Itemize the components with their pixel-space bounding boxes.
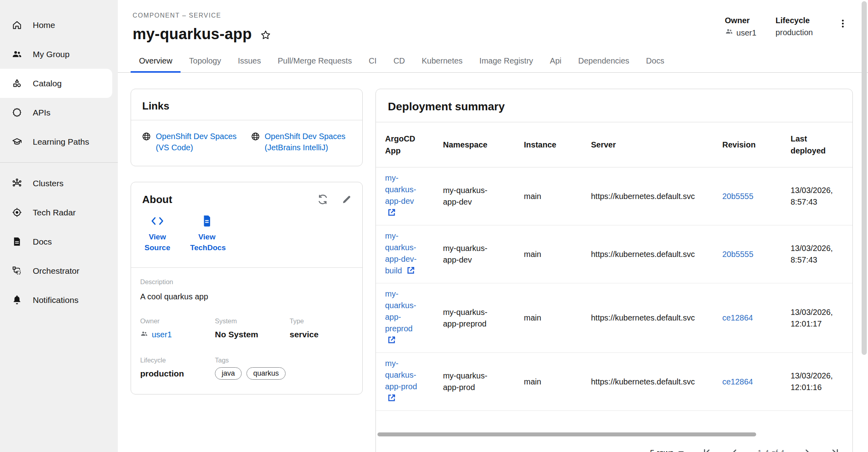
owner-value[interactable]: user1 <box>737 28 757 38</box>
server-cell: https://kubernetes.default.svc <box>591 192 695 201</box>
sidebar-item-orchestrator[interactable]: Orchestrator <box>0 256 118 285</box>
argocd-app-link[interactable]: my-quarkus-app-preprod <box>385 289 416 333</box>
page-vertical-scrollbar[interactable] <box>862 1 867 355</box>
notifications-icon <box>12 295 22 305</box>
description-label: Description <box>140 278 351 286</box>
col-argocd-app: ArgoCD App <box>385 133 417 157</box>
col-namespace: Namespace <box>443 140 487 149</box>
orchestrator-icon <box>12 265 22 276</box>
globe-icon <box>250 131 260 141</box>
sidebar-item-tech-radar[interactable]: Tech Radar <box>0 198 118 227</box>
link-openshift-devspaces-vscode[interactable]: OpenShift Dev Spaces (VS Code) <box>141 131 242 153</box>
entity-kind-label: COMPONENT – SERVICE <box>133 12 272 19</box>
clusters-icon <box>12 178 22 189</box>
deployment-summary-card: Deployment summary ArgoCD App Namespace … <box>375 89 853 452</box>
type-field: Type service <box>290 317 364 340</box>
server-cell: https://kubernetes.default.svc <box>591 377 695 386</box>
link-openshift-devspaces-intellij[interactable]: OpenShift Dev Spaces (JetBrains IntelliJ… <box>250 131 352 153</box>
more-options-kebab-icon[interactable] <box>838 18 848 30</box>
group-icon <box>725 27 733 38</box>
refresh-icon[interactable] <box>316 193 329 206</box>
link-label[interactable]: OpenShift Dev Spaces (JetBrains IntelliJ… <box>265 131 347 153</box>
view-source-button[interactable]: View Source <box>141 214 174 253</box>
namespace-cell: my-quarkus-app-dev <box>443 185 491 208</box>
external-link-icon[interactable] <box>387 393 396 406</box>
sidebar-item-clusters[interactable]: Clusters <box>0 169 118 198</box>
tab-dependencies[interactable]: Dependencies <box>570 56 638 72</box>
app-window: Home My Group Catalog APIs Learning Path… <box>0 0 868 452</box>
external-link-icon[interactable] <box>387 335 396 348</box>
table-row: my-quarkus-app-prod my-quarkus-app-prod … <box>376 353 852 411</box>
col-server: Server <box>591 140 616 149</box>
argocd-app-link[interactable]: my-quarkus-app-dev <box>385 173 416 205</box>
sidebar-item-label: Catalog <box>33 79 62 88</box>
view-techdocs-button[interactable]: View TechDocs <box>190 214 224 253</box>
sidebar-item-my-group[interactable]: My Group <box>0 40 118 69</box>
sidebar-item-catalog[interactable]: Catalog <box>0 69 112 98</box>
next-page-button[interactable] <box>802 448 812 452</box>
tab-image-registry[interactable]: Image Registry <box>471 56 542 72</box>
sidebar-item-label: Tech Radar <box>33 208 75 217</box>
code-icon <box>150 214 165 228</box>
tab-ci[interactable]: CI <box>360 56 385 72</box>
argocd-app-link[interactable]: my-quarkus-app-prod <box>385 359 417 391</box>
tag-chip[interactable]: java <box>215 367 242 380</box>
sidebar-item-home[interactable]: Home <box>0 10 118 40</box>
sidebar-item-learning-paths[interactable]: Learning Paths <box>0 127 118 156</box>
first-page-button[interactable] <box>701 448 712 452</box>
edit-pencil-icon[interactable] <box>341 194 352 205</box>
table-horizontal-scrollbar <box>377 432 851 436</box>
external-link-icon[interactable] <box>387 208 396 220</box>
horizontal-scrollbar-thumb[interactable] <box>377 432 756 436</box>
tab-issues[interactable]: Issues <box>229 56 269 72</box>
sidebar-item-label: Learning Paths <box>33 137 89 147</box>
namespace-cell: my-quarkus-app-prod <box>443 370 491 393</box>
external-link-icon[interactable] <box>406 266 415 278</box>
page-title: my-quarkus-app <box>133 26 252 43</box>
instance-cell: main <box>524 313 541 322</box>
tab-overview[interactable]: Overview <box>131 56 181 72</box>
sidebar-item-label: Docs <box>33 237 52 247</box>
learning-paths-icon <box>12 136 22 147</box>
owner-meta: Owner user1 <box>725 15 757 38</box>
sidebar-item-notifications[interactable]: Notifications <box>0 285 118 315</box>
owner-field: Owner user1 <box>140 317 215 340</box>
tab-topology[interactable]: Topology <box>181 56 229 72</box>
main-area: COMPONENT – SERVICE my-quarkus-app Owner <box>118 0 868 452</box>
tags-field: Tags java quarkus <box>215 356 364 380</box>
sidebar-item-docs[interactable]: Docs <box>0 227 118 256</box>
tab-kubernetes[interactable]: Kubernetes <box>413 56 471 72</box>
owner-link[interactable]: user1 <box>152 330 172 339</box>
tag-chip[interactable]: quarkus <box>246 367 286 380</box>
revision-link[interactable]: ce12864 <box>722 313 753 322</box>
catalog-icon <box>12 78 22 89</box>
tech-radar-icon <box>12 207 22 218</box>
link-label[interactable]: OpenShift Dev Spaces (VS Code) <box>156 131 238 153</box>
sidebar-divider <box>0 162 118 163</box>
globe-icon <box>141 131 151 141</box>
instance-cell: main <box>524 250 541 259</box>
col-instance: Instance <box>524 140 556 149</box>
about-card: About View Source <box>131 182 363 394</box>
last-page-button[interactable] <box>830 448 840 452</box>
revision-link[interactable]: ce12864 <box>722 377 753 386</box>
col-revision: Revision <box>722 140 755 149</box>
rows-per-page-select[interactable]: 5 rows <box>650 448 684 452</box>
sidebar-item-label: Home <box>33 20 55 30</box>
col-last-deployed: Last deployed <box>791 133 828 157</box>
tab-api[interactable]: Api <box>542 56 570 72</box>
tab-pull-merge-requests[interactable]: Pull/Merge Requests <box>269 56 360 72</box>
description-value: A cool quarkus app <box>140 292 351 301</box>
tab-docs[interactable]: Docs <box>638 56 673 72</box>
table-row: my-quarkus-app-preprod my-quarkus-app-pr… <box>376 283 852 353</box>
instance-cell: main <box>524 192 541 201</box>
revision-link[interactable]: 20b5555 <box>722 250 753 259</box>
sidebar-item-apis[interactable]: APIs <box>0 98 118 127</box>
previous-page-button[interactable] <box>729 448 740 452</box>
tab-cd[interactable]: CD <box>385 56 413 72</box>
docs-icon <box>12 236 22 247</box>
techdocs-icon <box>201 214 213 228</box>
lifecycle-meta: Lifecycle production <box>776 15 813 38</box>
favorite-star-icon[interactable] <box>260 29 272 41</box>
revision-link[interactable]: 20b5555 <box>722 192 753 201</box>
